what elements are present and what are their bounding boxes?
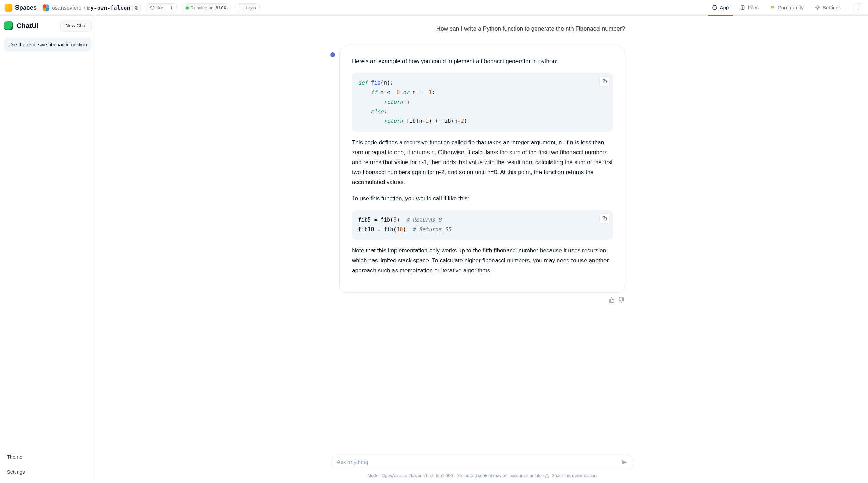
tab-app[interactable]: App <box>708 0 733 16</box>
code-token: 1 <box>429 89 432 96</box>
code-token: n == <box>409 89 429 96</box>
sidebar-settings-button[interactable]: Settings <box>4 465 92 479</box>
app-icon <box>712 5 717 10</box>
like-button[interactable]: like <box>146 4 167 12</box>
tab-app-label: App <box>720 4 729 10</box>
meta-row: Model: OpenAssistant/falcon-7b-sft-top1-… <box>359 473 605 478</box>
more-menu-button[interactable] <box>853 3 863 12</box>
code-token: 2 <box>461 118 464 124</box>
svg-point-7 <box>858 7 858 8</box>
thumbs-down-icon <box>618 297 624 303</box>
logs-icon <box>240 5 244 10</box>
message-input[interactable] <box>337 459 616 465</box>
tab-community-label: Community <box>778 4 804 10</box>
owner-avatar-icon[interactable] <box>42 4 50 12</box>
code-token: ) <box>397 217 406 223</box>
code-token: if <box>371 89 377 96</box>
code-token: # Returns 55 <box>413 226 451 233</box>
copy-icon <box>602 79 607 84</box>
brand-spaces[interactable]: Spaces <box>5 4 37 12</box>
conversation-list: Use the recursive fibonacci function <box>4 38 92 52</box>
code-token: 0 <box>397 89 400 96</box>
code-token: fib(n- <box>403 118 425 124</box>
code-token: return <box>384 99 403 105</box>
like-pill: like 1 <box>146 3 177 12</box>
tab-settings[interactable]: Settings <box>811 0 845 16</box>
running-label: Running on <box>191 5 214 10</box>
chat-sidebar: ChatUI New Chat Use the recursive fibona… <box>0 16 96 483</box>
send-button[interactable] <box>619 457 630 468</box>
copy-repo-path-button[interactable] <box>132 4 141 12</box>
code-token: : <box>432 89 435 96</box>
svg-rect-14 <box>623 297 624 301</box>
model-disclaimer-text: Model: OpenAssistant/falcon-7b-sft-top1-… <box>368 473 545 478</box>
assistant-explain-text: This code defines a recursive function c… <box>352 138 613 187</box>
tab-files-label: Files <box>748 4 759 10</box>
heart-icon <box>150 5 155 10</box>
user-message-row: How can I write a Python function to gen… <box>339 25 625 32</box>
assistant-note-text: Note that this implementation only works… <box>352 246 613 276</box>
path-separator: / <box>84 5 85 11</box>
thumbs-down-button[interactable] <box>617 296 625 304</box>
code-token: or <box>403 89 410 96</box>
code-token: 10 <box>397 226 403 233</box>
tab-community[interactable]: Community <box>766 0 808 16</box>
sidebar-theme-button[interactable]: Theme <box>4 450 92 464</box>
svg-point-6 <box>858 6 858 7</box>
files-icon <box>740 5 745 10</box>
copy-icon <box>134 5 139 10</box>
chat-area: How can I write a Python function to gen… <box>96 16 868 483</box>
code-token: 5 <box>393 217 397 223</box>
code-token: # Returns 8 <box>406 217 442 223</box>
code-token: : <box>384 109 387 115</box>
chatui-logo-icon <box>4 21 13 30</box>
copy-code-button[interactable] <box>599 76 610 87</box>
code-token: def <box>358 80 368 86</box>
share-icon <box>545 473 549 478</box>
header-tabs: App Files Community Settings <box>708 0 845 16</box>
logs-button[interactable]: Logs <box>236 3 260 12</box>
like-count[interactable]: 1 <box>167 4 176 12</box>
assistant-intro-text: Here's an example of how you could imple… <box>352 57 613 67</box>
tab-settings-label: Settings <box>823 4 841 10</box>
new-chat-button[interactable]: New Chat <box>60 20 92 32</box>
svg-point-5 <box>817 7 818 8</box>
code-token: (n): <box>380 80 393 86</box>
repo-name-link[interactable]: my-own-falcon <box>87 4 130 11</box>
code-token: ) <box>403 226 413 233</box>
repo-path: osanseviero / my-own-falcon <box>42 4 141 12</box>
logs-label: Logs <box>246 5 256 10</box>
code-token: fib10 = fib( <box>358 226 397 233</box>
gear-icon <box>815 5 820 10</box>
tab-files[interactable]: Files <box>736 0 763 16</box>
share-label: Share this conversation <box>552 473 597 478</box>
kebab-icon <box>855 5 861 11</box>
running-dot-icon <box>186 7 189 9</box>
code-block-1: def fib(n): if n <= 0 or n == 1: return … <box>352 73 613 132</box>
share-conversation-button[interactable]: Share this conversation <box>545 473 597 478</box>
code-token: else <box>371 109 383 115</box>
chat-scroll[interactable]: How can I write a Python function to gen… <box>96 16 868 453</box>
thumbs-up-button[interactable] <box>608 296 615 304</box>
svg-rect-13 <box>609 300 610 303</box>
running-hardware: A10G <box>215 5 226 10</box>
copy-code-button[interactable] <box>599 213 610 224</box>
feedback-row <box>331 296 633 304</box>
code-token: n <box>403 99 410 105</box>
running-status-button[interactable]: Running on A10G <box>182 3 230 12</box>
composer <box>331 456 633 469</box>
send-icon <box>621 459 627 465</box>
assistant-indicator-dot-icon <box>330 52 335 57</box>
chat-app-brand[interactable]: ChatUI <box>4 21 38 30</box>
code-token: n <= <box>377 89 397 96</box>
code-block-2: fib5 = fib(5) # Returns 8 fib10 = fib(10… <box>352 210 613 240</box>
svg-point-2 <box>713 5 717 10</box>
code-token: 1 <box>425 118 429 124</box>
assistant-usage-intro: To use this function, you would call it … <box>352 194 613 204</box>
conversation-item[interactable]: Use the recursive fibonacci function <box>4 38 92 52</box>
code-token: fib <box>371 80 380 86</box>
hf-logo-icon <box>5 4 12 12</box>
chatui-brand-label: ChatUI <box>16 22 38 30</box>
owner-link[interactable]: osanseviero <box>52 5 81 11</box>
code-token: ) <box>464 118 467 124</box>
